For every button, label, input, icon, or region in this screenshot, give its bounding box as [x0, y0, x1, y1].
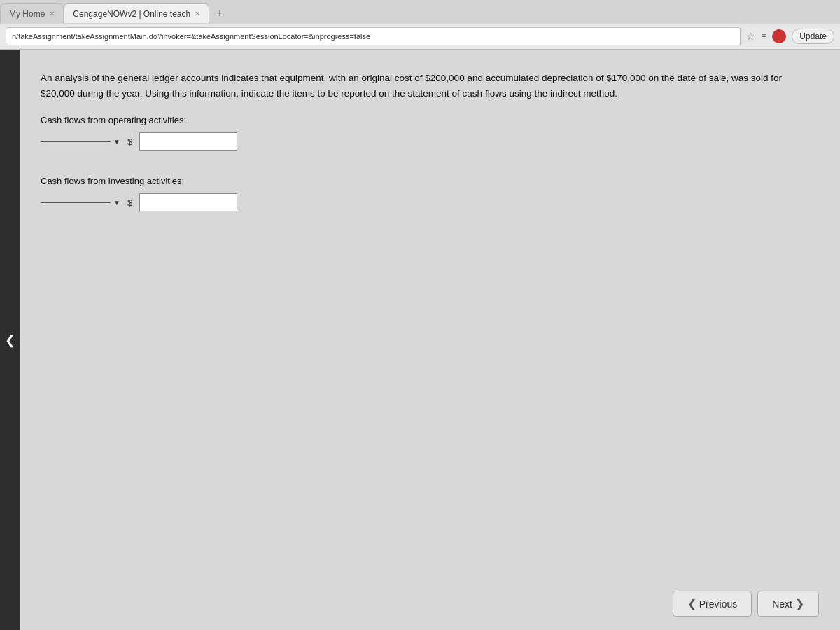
previous-button[interactable]: ❮ Previous: [673, 591, 752, 617]
operating-label: Cash flows from operating activities:: [41, 115, 812, 125]
operating-dropdown-line: [41, 141, 111, 142]
question-text: An analysis of the general ledger accoun…: [41, 71, 812, 101]
tab-inactive-label: My Home: [9, 9, 45, 19]
previous-chevron-icon: ❮: [687, 597, 696, 610]
investing-section: Cash flows from investing activities: ▼ …: [41, 176, 812, 223]
tab-close-inactive[interactable]: ✕: [49, 10, 55, 18]
tab-inactive[interactable]: My Home ✕: [0, 4, 64, 23]
tab-close-active[interactable]: ✕: [195, 10, 200, 18]
tab-bar: My Home ✕ CengageNOWv2 | Online teach ✕ …: [0, 0, 840, 24]
left-panel-arrow[interactable]: ❮: [0, 50, 20, 630]
tab-active[interactable]: CengageNOWv2 | Online teach ✕: [64, 4, 209, 23]
previous-label: Previous: [699, 598, 737, 610]
investing-dropdown-arrow[interactable]: ▼: [113, 199, 120, 206]
address-bar-input[interactable]: [6, 27, 741, 46]
operating-section: Cash flows from operating activities: ▼ …: [41, 115, 812, 162]
left-chevron-icon: ❮: [5, 332, 15, 348]
investing-dollar-sign: $: [127, 197, 132, 208]
address-bar-row: ☆ ≡ Update: [0, 24, 840, 49]
investing-input-row: ▼ $: [41, 193, 812, 211]
content-panel: An analysis of the general ledger accoun…: [20, 50, 840, 630]
update-button[interactable]: Update: [792, 29, 834, 44]
next-button[interactable]: Next ❯: [757, 591, 819, 617]
investing-amount-input[interactable]: [139, 193, 237, 211]
next-chevron-icon: ❯: [795, 597, 804, 610]
tab-active-label: CengageNOWv2 | Online teach: [73, 9, 190, 19]
operating-dollar-sign: $: [127, 136, 132, 147]
operating-dropdown-arrow[interactable]: ▼: [113, 138, 120, 146]
operating-amount-input[interactable]: [139, 132, 237, 150]
investing-dropdown-area[interactable]: ▼: [41, 199, 120, 206]
investing-label: Cash flows from investing activities:: [41, 176, 812, 186]
tab-new-button[interactable]: +: [212, 7, 227, 20]
operating-input-row: ▼ $: [41, 132, 812, 150]
main-content: ❮ An analysis of the general ledger acco…: [0, 50, 840, 630]
menu-icon[interactable]: ≡: [761, 31, 766, 42]
investing-dropdown-line: [41, 202, 111, 203]
profile-icon[interactable]: [772, 29, 786, 43]
bottom-nav: ❮ Previous Next ❯: [673, 591, 819, 617]
operating-dropdown-area[interactable]: ▼: [41, 138, 120, 146]
next-label: Next: [772, 598, 792, 610]
browser-chrome: My Home ✕ CengageNOWv2 | Online teach ✕ …: [0, 0, 840, 50]
star-icon[interactable]: ☆: [746, 31, 755, 42]
